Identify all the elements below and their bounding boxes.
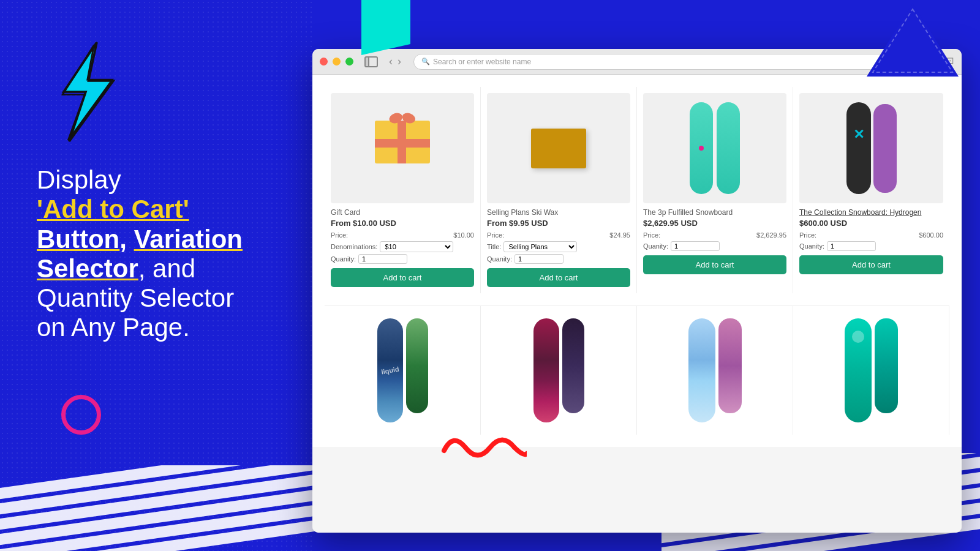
sb-oxygen-1	[533, 318, 559, 422]
wax-price-row: Price: $24.95	[487, 231, 630, 239]
price-label-3p: Price:	[643, 231, 660, 239]
collection-snowboard-visual: ✕	[846, 102, 897, 194]
product-image-blue	[643, 312, 786, 429]
snowboard-2	[717, 102, 740, 194]
maximize-button[interactable]	[345, 58, 353, 66]
qty-input-wax[interactable]	[514, 254, 564, 264]
headline-on-any: on Any Page.	[37, 313, 190, 342]
sb-oxygen-2	[562, 318, 584, 413]
wax-price: From $9.95 USD	[487, 219, 630, 228]
price-value-wax: $24.95	[609, 231, 630, 239]
product-gift-card: Gift Card From $10.00 USD Price: $10.00 …	[325, 87, 481, 293]
headline-comma1: ,	[119, 225, 134, 253]
qty-input-3p[interactable]	[671, 241, 720, 251]
sb3p-name: The 3p Fulfilled Snowboard	[643, 208, 786, 217]
price-label: Price:	[331, 231, 348, 239]
sb-blue-2	[718, 318, 742, 413]
headline-button: Button	[37, 225, 119, 253]
hydrogen-price: $600.00 USD	[799, 219, 943, 228]
promo-text: Display 'Add to Cart' Button, Variation …	[37, 165, 300, 343]
sb3p-price: $2,629.95 USD	[643, 219, 786, 228]
squiggle-decoration	[441, 426, 527, 471]
price-value-h: $600.00	[919, 231, 943, 239]
product-liquid: liquid	[325, 305, 481, 435]
blue-visual	[688, 318, 742, 422]
product-oxygen	[481, 305, 637, 435]
liquid-text: liquid	[380, 365, 399, 376]
forward-button[interactable]: ›	[398, 55, 401, 68]
address-bar-text: Search or enter website name	[433, 58, 531, 66]
sb-blue-1	[688, 318, 715, 422]
product-snowboard-3p: The 3p Fulfilled Snowboard $2,629.95 USD…	[637, 87, 793, 293]
qty-label-wax: Quanity:	[487, 255, 512, 263]
gift-card-visual	[369, 121, 436, 176]
circle-decoration	[61, 395, 101, 435]
gift-card-price-row: Price: $10.00	[331, 231, 474, 239]
product-blue-sb	[637, 305, 793, 435]
product-image-liquid: liquid	[331, 312, 474, 429]
qty-label-gc: Quanity:	[331, 255, 356, 263]
search-icon: 🔍	[421, 58, 430, 66]
teal-visual	[845, 318, 898, 422]
gift-card-price: From $10.00 USD	[331, 219, 474, 228]
sb3p-price-row: Price: $2,629.95	[643, 231, 786, 239]
hydrogen-name[interactable]: The Collection Snowboard: Hydrogen	[799, 208, 943, 217]
product-image-3p	[643, 93, 786, 203]
price-label-wax: Price:	[487, 231, 504, 239]
left-panel: Display 'Add to Cart' Button, Variation …	[0, 0, 315, 551]
sb-black: ✕	[846, 102, 871, 194]
qty-input-h[interactable]	[827, 241, 876, 251]
wax-title-row: Title: Selling Plans	[487, 241, 630, 252]
qty-input-gc[interactable]	[358, 254, 407, 264]
product-ski-wax: Selling Plans Ski Wax From $9.95 USD Pri…	[481, 87, 637, 293]
add-to-cart-button-hydrogen[interactable]: Add to cart	[799, 255, 943, 274]
sb-teal-2	[875, 318, 898, 413]
headline-display: Display	[37, 165, 121, 194]
product-teal-sb	[793, 305, 949, 435]
liquid-visual: liquid	[377, 318, 428, 422]
stripes-decoration	[0, 465, 315, 551]
headline-selector: Selector	[37, 254, 138, 283]
close-button[interactable]	[320, 58, 328, 66]
gift-card-qty-row: Quanity:	[331, 254, 474, 264]
price-value: $10.00	[453, 231, 474, 239]
x-mark: ✕	[853, 127, 864, 143]
qty-label-h: Quanity:	[799, 242, 824, 250]
minimize-button[interactable]	[333, 58, 341, 66]
product-image-hydrogen: ✕	[799, 93, 943, 203]
snowboard-pair-visual	[690, 102, 740, 194]
browser-window: ‹ › 🔍 Search or enter website name + ⊡	[312, 49, 962, 533]
hydrogen-price-row: Price: $600.00	[799, 231, 943, 239]
add-to-cart-button-gc[interactable]: Add to cart	[331, 268, 474, 287]
bow-right	[401, 111, 417, 126]
headline-add-to-cart: 'Add to Cart'	[37, 195, 189, 223]
oxygen-visual	[533, 318, 584, 422]
product-hydrogen: ✕ The Collection Snowboard: Hydrogen $60…	[793, 87, 949, 293]
address-bar[interactable]: 🔍 Search or enter website name	[413, 54, 920, 70]
sb-teal-1	[845, 318, 872, 422]
add-to-cart-button-wax[interactable]: Add to cart	[487, 268, 630, 287]
snowboard-dot	[699, 146, 704, 151]
products-row-2: liquid	[312, 305, 962, 447]
gift-card-name: Gift Card	[331, 208, 474, 217]
add-to-cart-button-3p[interactable]: Add to cart	[643, 255, 786, 274]
sidebar-toggle-icon[interactable]	[364, 56, 378, 67]
nav-arrows: ‹ ›	[389, 55, 401, 68]
denomination-select[interactable]: $10$25$50$100	[380, 241, 453, 252]
sb-purple	[873, 104, 897, 193]
wax-visual	[531, 129, 586, 168]
price-label-h: Price:	[799, 231, 816, 239]
price-value-3p: $2,629.95	[756, 231, 786, 239]
back-button[interactable]: ‹	[389, 55, 393, 68]
sidebar-icon-left	[366, 58, 369, 66]
product-image-wax	[487, 93, 630, 203]
lightning-icon	[24, 37, 147, 147]
sb-teal-dot	[852, 331, 864, 343]
bow	[389, 113, 415, 126]
headline-quantity: Quantity Selector	[37, 283, 234, 312]
gift-card-denom-row: Denominations: $10$25$50$100	[331, 241, 474, 252]
title-select-wax[interactable]: Selling Plans	[503, 241, 577, 252]
snowboard-1	[690, 102, 713, 194]
svg-marker-0	[64, 42, 113, 141]
wax-qty-row: Quanity:	[487, 254, 630, 264]
